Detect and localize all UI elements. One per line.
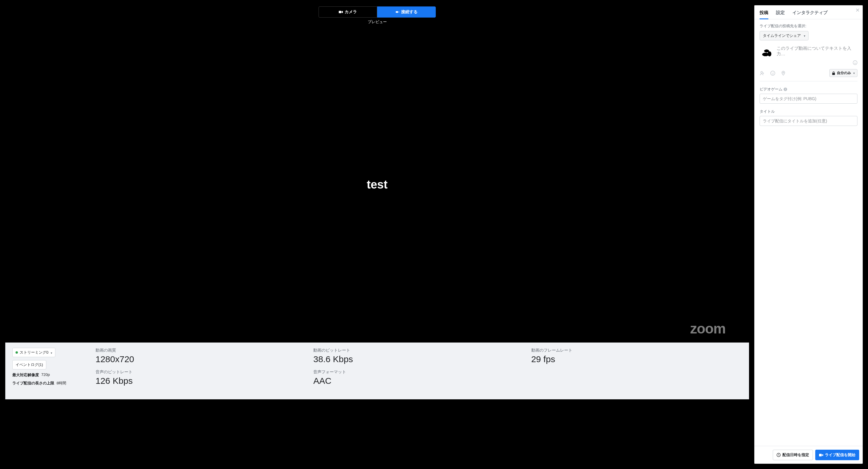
clock-icon bbox=[777, 453, 781, 457]
select-destination-label: ライブ配信の投稿先を選択: bbox=[760, 24, 858, 29]
composer-toolbar: 自分のみ bbox=[760, 69, 858, 81]
max-length-row: ライブ配信の長さの上限 8時間 bbox=[12, 380, 66, 386]
schedule-button-label: 配信日時を指定 bbox=[782, 452, 809, 458]
sidebar-footer: 配信日時を指定 ライブ配信を開始 bbox=[754, 446, 863, 464]
broadcast-icon bbox=[395, 10, 399, 13]
status-dot-icon bbox=[16, 351, 18, 354]
post-composer bbox=[760, 46, 858, 63]
schedule-button[interactable]: 配信日時を指定 bbox=[773, 450, 813, 460]
connect-tab[interactable]: 接続する bbox=[377, 6, 436, 18]
video-bitrate-label: 動画のビットレート bbox=[313, 348, 524, 353]
svg-rect-10 bbox=[832, 73, 835, 75]
stats-panel: ストリーミング0 イベントログ(1) 最大対応解像度 720p ライブ配信の長さ… bbox=[5, 342, 749, 399]
event-log-chip-label: イベントログ(1) bbox=[16, 362, 43, 367]
go-live-icon bbox=[819, 454, 823, 457]
go-live-button-label: ライブ配信を開始 bbox=[825, 452, 856, 458]
event-log-chip[interactable]: イベントログ(1) bbox=[12, 360, 46, 369]
max-resolution-label: 最大対応解像度 bbox=[12, 372, 39, 378]
audio-format-block: 音声フォーマット AAC bbox=[313, 369, 524, 386]
camera-tab[interactable]: カメラ bbox=[318, 6, 377, 18]
privacy-value: 自分のみ bbox=[837, 71, 851, 75]
svg-point-4 bbox=[856, 62, 856, 63]
audio-bitrate-label: 音声のビットレート bbox=[96, 369, 306, 375]
video-quality-value: 1280x720 bbox=[96, 354, 306, 364]
title-label: タイトル bbox=[760, 109, 858, 114]
svg-point-8 bbox=[773, 72, 774, 73]
connect-tab-label: 接続する bbox=[401, 9, 417, 14]
location-icon[interactable] bbox=[781, 71, 786, 76]
tab-settings[interactable]: 設定 bbox=[776, 10, 785, 19]
info-icon[interactable]: i bbox=[784, 88, 787, 91]
svg-rect-1 bbox=[396, 11, 398, 13]
lock-icon bbox=[832, 71, 835, 75]
video-bitrate-value: 38.6 Kbps bbox=[313, 354, 524, 364]
svg-rect-12 bbox=[819, 454, 822, 457]
audio-format-label: 音声フォーマット bbox=[313, 369, 524, 375]
active-tab-caption: プレビュー bbox=[5, 19, 749, 25]
video-game-label: ビデオゲーム i bbox=[760, 87, 858, 92]
chevron-down-icon bbox=[50, 350, 52, 355]
composer-textarea[interactable] bbox=[777, 46, 858, 63]
video-quality-block: 動画の画質 1280x720 bbox=[96, 348, 306, 364]
video-overlay-text: test bbox=[367, 178, 388, 191]
svg-point-6 bbox=[771, 71, 775, 75]
max-length-label: ライブ配信の長さの上限 bbox=[12, 380, 54, 386]
audio-bitrate-block: 音声のビットレート 126 Kbps bbox=[96, 369, 306, 386]
streaming-status-chip[interactable]: ストリーミング0 bbox=[12, 348, 55, 357]
title-input[interactable] bbox=[760, 116, 858, 126]
max-length-value: 8時間 bbox=[57, 380, 66, 386]
zoom-watermark: zoom bbox=[690, 321, 725, 337]
streaming-chip-label: ストリーミング0 bbox=[20, 350, 48, 355]
audio-format-value: AAC bbox=[313, 376, 524, 386]
video-camera-icon bbox=[339, 10, 343, 13]
feeling-icon[interactable] bbox=[770, 71, 775, 76]
video-game-input[interactable] bbox=[760, 94, 858, 104]
go-live-button[interactable]: ライブ配信を開始 bbox=[815, 450, 859, 460]
video-quality-label: 動画の画質 bbox=[96, 348, 306, 353]
tag-people-icon[interactable] bbox=[760, 71, 765, 76]
svg-point-7 bbox=[772, 72, 772, 73]
video-framerate-block: 動画のフレームレート 29 fps bbox=[531, 348, 742, 364]
camera-tab-label: カメラ bbox=[345, 9, 357, 14]
video-bitrate-block: 動画のビットレート 38.6 Kbps bbox=[313, 348, 524, 364]
audio-bitrate-value: 126 Kbps bbox=[96, 376, 306, 386]
source-tabbar: カメラ 接続する bbox=[5, 6, 749, 18]
svg-point-5 bbox=[761, 71, 763, 73]
privacy-dropdown[interactable]: 自分のみ bbox=[829, 69, 858, 77]
video-framerate-value: 29 fps bbox=[531, 354, 742, 364]
video-framerate-label: 動画のフレームレート bbox=[531, 348, 742, 353]
avatar bbox=[760, 46, 774, 60]
video-preview: test zoom bbox=[5, 26, 749, 342]
svg-rect-0 bbox=[339, 11, 341, 13]
max-resolution-row: 最大対応解像度 720p bbox=[12, 372, 50, 378]
tab-interactive[interactable]: インタラクティブ bbox=[793, 10, 828, 19]
close-icon[interactable]: ✕ bbox=[856, 8, 860, 13]
right-sidebar: ✕ 投稿 設定 インタラクティブ ライブ配信の投稿先を選択: タイムラインでシェ… bbox=[754, 5, 863, 464]
svg-point-2 bbox=[853, 61, 857, 65]
sidebar-tabs: 投稿 設定 インタラクティブ bbox=[754, 5, 863, 19]
svg-point-3 bbox=[854, 62, 855, 63]
max-resolution-value: 720p bbox=[41, 372, 50, 378]
svg-point-9 bbox=[783, 72, 784, 73]
tab-post[interactable]: 投稿 bbox=[760, 10, 768, 19]
emoji-picker-icon[interactable] bbox=[853, 60, 858, 65]
destination-dropdown[interactable]: タイムラインでシェア bbox=[760, 31, 808, 40]
destination-dropdown-value: タイムラインでシェア bbox=[763, 33, 801, 38]
